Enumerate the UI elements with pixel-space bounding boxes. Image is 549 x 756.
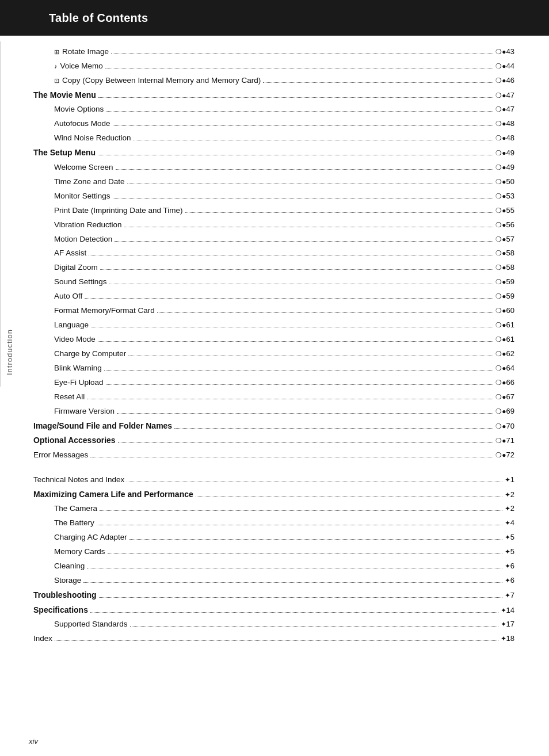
toc-page-auto-off: ❍●59 — [495, 291, 514, 302]
toc-dots-error-messages — [90, 457, 493, 457]
toc-entry-specifications: Specifications✦14 — [33, 604, 514, 617]
toc-section-1: ⊞ Rotate Image❍●43♪ Voice Memo❍●44⊡ Copy… — [33, 46, 514, 461]
toc-dots-image-sound — [174, 428, 493, 429]
toc-label-maximizing: Maximizing Camera Life and Performance — [33, 488, 193, 501]
toc-dots-cleaning — [87, 568, 502, 568]
toc-dots-troubleshooting — [99, 597, 502, 598]
toc-dots-storage — [83, 582, 502, 583]
toc-page-af-assist: ❍●58 — [495, 247, 514, 259]
toc-label-cleaning: Cleaning — [54, 560, 85, 572]
toc-page-video-mode: ❍●61 — [495, 334, 514, 345]
page-icon-the-battery: ✦ — [505, 519, 510, 527]
toc-page-print-date: ❍●55 — [495, 205, 514, 216]
toc-label-eye-fi: Eye-Fi Upload — [54, 377, 104, 389]
toc-page-copy: ❍●46 — [495, 75, 514, 86]
toc-page-charge-computer: ❍●62 — [495, 348, 514, 360]
toc-entry-voice-memo: ♪ Voice Memo❍●44 — [33, 60, 514, 72]
toc-entry-welcome-screen: Welcome Screen❍●49 — [33, 162, 514, 174]
page-icon-error-messages: ❍● — [495, 451, 506, 459]
toc-entry-vibration-reduction: Vibration Reduction❍●56 — [33, 219, 514, 231]
footer-page: xiv — [29, 737, 38, 746]
page-icon-movie-options: ❍● — [495, 105, 506, 113]
toc-dots-video-mode — [98, 341, 493, 342]
toc-entry-cleaning: Cleaning✦6 — [33, 560, 514, 572]
page-icon-index: ✦ — [501, 635, 506, 643]
toc-label-index: Index — [33, 633, 52, 645]
toc-dots-wind-noise — [134, 140, 494, 140]
toc-label-rotate-image: ⊞ Rotate Image — [54, 46, 109, 58]
toc-dots-motion-detection — [115, 241, 493, 242]
toc-label-welcome-screen: Welcome Screen — [54, 162, 113, 174]
toc-page-setup-menu: ❍●49 — [495, 147, 514, 159]
toc-entry-troubleshooting: Troubleshooting✦7 — [33, 589, 514, 602]
toc-page-voice-memo: ❍●44 — [495, 60, 514, 72]
toc-dots-auto-off — [85, 298, 493, 299]
toc-entry-tech-notes: Technical Notes and Index✦1 — [33, 474, 514, 486]
page-icon-sound-settings: ❍● — [495, 278, 506, 286]
toc-page-supported-standards: ✦17 — [501, 618, 514, 630]
toc-page-charging-ac: ✦5 — [505, 532, 514, 543]
toc-page-specifications: ✦14 — [501, 605, 514, 616]
toc-entry-movie-options: Movie Options❍●47 — [33, 104, 514, 116]
toc-page-movie-options: ❍●47 — [495, 104, 514, 115]
toc-dots-firmware — [117, 413, 493, 414]
toc-entry-digital-zoom: Digital Zoom❍●58 — [33, 262, 514, 274]
toc-label-tech-notes: Technical Notes and Index — [33, 474, 124, 486]
toc-label-storage: Storage — [54, 575, 81, 587]
toc-entry-movie-menu: The Movie Menu❍●47 — [33, 89, 514, 102]
toc-dots-voice-memo — [105, 68, 493, 68]
toc-label-image-sound: Image/Sound File and Folder Names — [33, 420, 172, 433]
toc-entry-error-messages: Error Messages❍●72 — [33, 449, 514, 461]
toc-dots-vibration-reduction — [124, 227, 494, 227]
toc-label-reset-all: Reset All — [54, 391, 85, 403]
toc-page-motion-detection: ❍●57 — [495, 234, 514, 245]
toc-page-optional-accessories: ❍●71 — [495, 435, 514, 446]
page-icon-charging-ac: ✦ — [505, 533, 510, 541]
toc-entry-setup-menu: The Setup Menu❍●49 — [33, 147, 514, 159]
toc-entry-optional-accessories: Optional Accessories❍●71 — [33, 434, 514, 447]
toc-page-welcome-screen: ❍●49 — [495, 162, 514, 173]
toc-label-movie-options: Movie Options — [54, 104, 104, 116]
toc-dots-reset-all — [87, 399, 493, 399]
toc-entry-motion-detection: Motion Detection❍●57 — [33, 234, 514, 246]
toc-page-error-messages: ❍●72 — [495, 449, 514, 461]
page-icon-print-date: ❍● — [495, 207, 506, 215]
toc-dots-welcome-screen — [116, 169, 494, 170]
toc-dots-autofocus-mode — [113, 125, 494, 126]
toc-dots-format-memory — [157, 312, 494, 313]
toc-label-print-date: Print Date (Imprinting Date and Time) — [54, 205, 183, 217]
toc-page-maximizing: ✦2 — [505, 489, 514, 501]
toc-entry-blink-warning: Blink Warning❍●64 — [33, 362, 514, 375]
toc-content: ⊞ Rotate Image❍●43♪ Voice Memo❍●44⊡ Copy… — [16, 36, 549, 659]
section-divider — [33, 464, 514, 474]
toc-entry-firmware: Firmware Version❍●69 — [33, 406, 514, 418]
toc-page-image-sound: ❍●70 — [495, 421, 514, 432]
toc-label-memory-cards: Memory Cards — [54, 546, 105, 558]
page-icon-copy: ❍● — [495, 77, 506, 85]
toc-label-blink-warning: Blink Warning — [54, 362, 102, 375]
toc-dots-setup-menu — [98, 155, 493, 155]
toc-page-movie-menu: ❍●47 — [495, 90, 514, 101]
page-icon-vibration-reduction: ❍● — [495, 221, 506, 229]
page-icon-motion-detection: ❍● — [495, 235, 506, 243]
toc-dots-charge-computer — [128, 356, 493, 356]
toc-page-eye-fi: ❍●66 — [495, 377, 514, 388]
toc-label-optional-accessories: Optional Accessories — [33, 434, 116, 447]
toc-label-copy: ⊡ Copy (Copy Between Internal Memory and… — [54, 75, 261, 87]
toc-page-sound-settings: ❍●59 — [495, 276, 514, 288]
toc-dots-digital-zoom — [100, 269, 494, 270]
toc-label-digital-zoom: Digital Zoom — [54, 262, 98, 274]
sidebar-introduction: Introduction — [0, 41, 16, 387]
page-icon-welcome-screen: ❍● — [495, 163, 506, 171]
toc-entry-video-mode: Video Mode❍●61 — [33, 334, 514, 346]
toc-entry-charge-computer: Charge by Computer❍●62 — [33, 348, 514, 360]
entry-icon-copy: ⊡ — [54, 77, 61, 84]
toc-entry-charging-ac: Charging AC Adapter✦5 — [33, 532, 514, 544]
toc-dots-index — [55, 640, 498, 641]
toc-page-vibration-reduction: ❍●56 — [495, 219, 514, 231]
toc-label-time-zone: Time Zone and Date — [54, 176, 125, 188]
page-icon-the-camera: ✦ — [505, 505, 510, 513]
toc-label-wind-noise: Wind Noise Reduction — [54, 132, 131, 144]
toc-entry-print-date: Print Date (Imprinting Date and Time)❍●5… — [33, 205, 514, 217]
page-icon-movie-menu: ❍● — [495, 91, 506, 100]
